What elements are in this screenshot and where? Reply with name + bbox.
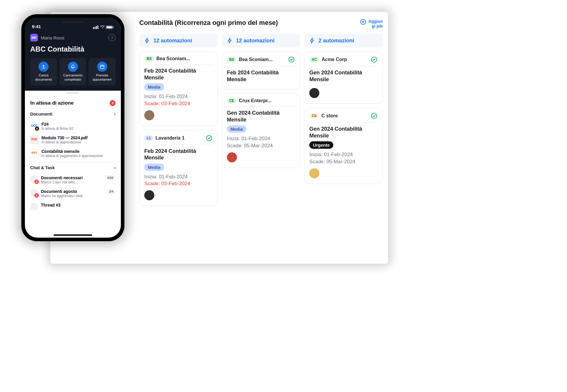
- client-tag: BS: [144, 56, 154, 61]
- job-card[interactable]: CSC storeGen 2024 Contabilità MensileUrg…: [304, 108, 383, 184]
- job-card[interactable]: BSBea Sconiam...Feb 2024 Contabilità Men…: [139, 52, 218, 126]
- svg-rect-6: [94, 27, 95, 29]
- automations-count: 12 automazioni: [236, 38, 275, 44]
- chat-title: Thread #3: [41, 203, 116, 207]
- chat-bubble-icon: 2: [30, 175, 38, 183]
- upload-icon: [39, 62, 49, 72]
- doc-status: In attesa di firma 0/2: [41, 127, 116, 131]
- file-icon: PDF: [30, 135, 39, 144]
- chat-row[interactable]: 2Documenti necessariMarco: Ciao! Hai let…: [30, 173, 116, 187]
- user-avatar[interactable]: MR: [30, 34, 38, 41]
- file-icon: PPT: [30, 149, 39, 157]
- chat-preview: Marco ha aggiornato i task: [41, 194, 104, 198]
- doc-title: Modulo 730 — 2024.pdf: [41, 135, 116, 140]
- job-card[interactable]: L1Lavanderia 1Feb 2024 Contabilità Mensi…: [139, 130, 218, 206]
- client-name: Bea Sconiam...: [239, 57, 286, 62]
- check-circle-icon: [371, 56, 378, 63]
- firm-title: ABC Contabilità: [30, 45, 116, 53]
- client-tag: CS: [309, 113, 319, 119]
- chat-task-section[interactable]: Chat & Task ›: [30, 162, 116, 173]
- job-card[interactable]: BSBea Sconiam...Feb 2024 Contabilità Men…: [222, 52, 300, 89]
- home-indicator[interactable]: [54, 234, 92, 236]
- documents-label: Documenti: [30, 112, 52, 116]
- action-upload[interactable]: Carica documento: [30, 58, 57, 85]
- column-header[interactable]: 2 automazioni: [304, 34, 383, 47]
- documents-section[interactable]: Documenti ›: [30, 108, 116, 119]
- priority-pill: Media: [144, 164, 164, 171]
- svg-rect-7: [96, 26, 97, 29]
- plus-circle-icon: [360, 19, 366, 25]
- due-date: Scade: 03-Feb-2024: [144, 100, 213, 107]
- document-row[interactable]: PDFModulo 730 — 2024.pdfIn attesa di app…: [30, 133, 116, 147]
- job-title: Feb 2024 Contabilità Mensile: [227, 69, 295, 83]
- column-header[interactable]: 12 automazioni: [222, 34, 300, 47]
- doc-title: Contabilità mensile: [41, 149, 116, 154]
- doc-status: In attesa di pagamento e approvazione: [41, 154, 116, 158]
- document-row[interactable]: PPTContabilità mensileIn attesa di pagam…: [30, 147, 116, 160]
- start-date: Inizia: 01-Feb-2024: [309, 151, 378, 158]
- due-date: Scade: 05-Mar-2024: [227, 142, 295, 149]
- start-date: Inizia: 01-Feb-2024: [227, 135, 295, 142]
- assignee-avatar[interactable]: [227, 152, 237, 162]
- automations-count: 12 automazioni: [153, 38, 192, 44]
- status-bar: 9:41: [25, 18, 121, 30]
- chat-bubble-icon: 1: [30, 189, 38, 197]
- check-circle-icon: [206, 135, 213, 142]
- phone-notch: [62, 21, 84, 23]
- doc-title: F24: [41, 122, 116, 127]
- help-icon[interactable]: ?: [108, 34, 116, 41]
- job-title: Gen 2024 Contabilità Mensile: [227, 110, 295, 123]
- job-title: Feb 2024 Contabilità Mensile: [144, 68, 213, 81]
- column-header[interactable]: 12 automazioni: [139, 34, 218, 47]
- chat-title: Documenti necessari: [41, 175, 102, 180]
- check-circle-icon: [371, 112, 378, 119]
- progress-pill: 0/20: [105, 175, 116, 180]
- job-title: Feb 2024 Contabilità Mensile: [144, 148, 213, 161]
- pending-count-badge: 9: [110, 100, 116, 106]
- action-label: Carica documento: [32, 73, 55, 82]
- action-label: Caricamento completato: [61, 73, 85, 82]
- add-job-label: Aggiun gi job: [369, 19, 383, 28]
- start-date: Inizia: 01-Feb-2024: [144, 93, 213, 100]
- bolt-icon: [227, 37, 233, 44]
- svg-point-9: [102, 28, 103, 28]
- svg-rect-12: [113, 27, 113, 28]
- job-title: Gen 2024 Contabilità Mensile: [309, 126, 378, 139]
- progress-pill: 2/4: [107, 189, 116, 194]
- due-date: Scade: 03-Feb-2024: [144, 180, 213, 187]
- chat-row[interactable]: 1Documenti agostoMarco ha aggiornato i t…: [30, 187, 116, 200]
- assignee-avatar[interactable]: [144, 190, 154, 200]
- status-indicators: [93, 25, 114, 29]
- client-name: Lavanderia 1: [156, 135, 203, 141]
- assignee-avatar[interactable]: [144, 110, 154, 120]
- job-title: Gen 2024 Contabilità Mensile: [309, 69, 378, 83]
- client-name: Acme Corp: [322, 57, 368, 62]
- assignee-avatar[interactable]: [309, 168, 319, 178]
- add-job-button[interactable]: Aggiun gi job: [360, 19, 383, 28]
- chevron-right-icon: ›: [114, 165, 116, 170]
- document-row[interactable]: DOC🔒F24In attesa di firma 0/2: [30, 119, 116, 133]
- client-tag: AC: [309, 57, 319, 62]
- job-card[interactable]: CECrux Enterpr...Gen 2024 Contabilità Me…: [222, 94, 300, 168]
- chat-row[interactable]: Thread #3: [30, 200, 116, 213]
- user-name: Maria Rossi: [41, 35, 105, 40]
- action-bell[interactable]: Caricamento completato: [60, 58, 87, 85]
- board-column: 2 automazioniACAcme CorpGen 2024 Contabi…: [304, 34, 383, 206]
- unread-badge: 1: [34, 193, 39, 198]
- pending-title: In attesa di azione: [30, 100, 73, 106]
- chat-task-label: Chat & Task: [30, 165, 55, 170]
- client-name: Crux Enterpr...: [239, 98, 295, 103]
- client-tag: L1: [144, 135, 153, 141]
- calendar-icon: [97, 62, 107, 72]
- board-column: 12 automazioniBSBea Sconiam...Feb 2024 C…: [222, 34, 300, 206]
- job-card[interactable]: ACAcme CorpGen 2024 Contabilità Mensile: [304, 52, 383, 104]
- assignee-avatar[interactable]: [309, 88, 319, 98]
- action-calendar[interactable]: Prenota appuntamen: [89, 58, 116, 85]
- svg-rect-5: [93, 27, 94, 29]
- unread-badge: 2: [34, 180, 39, 184]
- chat-preview: Marco: Ciao! Hai letto...: [41, 180, 102, 184]
- status-time: 9:41: [32, 24, 41, 29]
- due-date: Scade: 05-Mar-2024: [309, 158, 378, 165]
- svg-rect-13: [100, 65, 104, 68]
- priority-pill: Urgente: [309, 141, 333, 149]
